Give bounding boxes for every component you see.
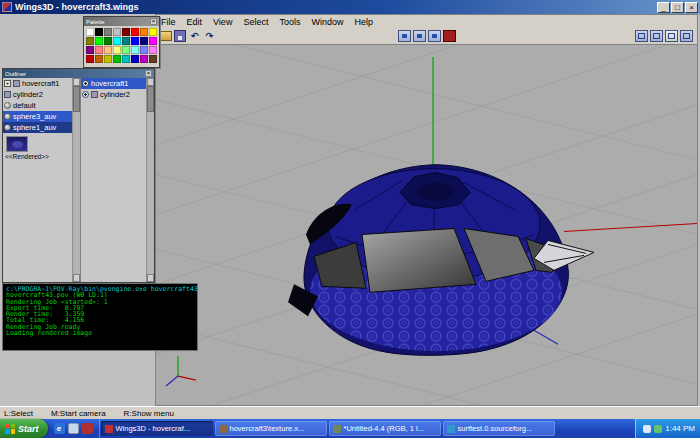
scroll-up-icon[interactable] xyxy=(147,78,154,86)
palette-swatch[interactable] xyxy=(104,55,112,63)
camera-view-icon[interactable] xyxy=(665,30,678,42)
material-sphere-icon xyxy=(4,102,11,109)
palette-swatch[interactable] xyxy=(131,46,139,54)
palette-swatch[interactable] xyxy=(140,55,148,63)
palette-title-bar[interactable]: Palette × xyxy=(84,17,159,26)
outliner-item[interactable]: default xyxy=(3,100,72,111)
scroll-up-icon[interactable] xyxy=(73,78,80,86)
palette-swatch[interactable] xyxy=(122,28,130,36)
outliner-item[interactable]: + hovercraft1 xyxy=(3,78,72,89)
object-cube-icon xyxy=(4,91,11,98)
palette-swatch[interactable] xyxy=(113,46,121,54)
menu-window[interactable]: Window xyxy=(311,17,343,27)
open-icon[interactable] xyxy=(159,31,172,41)
undo-icon[interactable]: ↶ xyxy=(188,30,201,42)
palette-close-icon[interactable]: × xyxy=(150,18,157,25)
palette-swatch[interactable] xyxy=(104,37,112,45)
outliner-title-bar[interactable]: Outliner × xyxy=(3,69,154,78)
face-mode-icon[interactable] xyxy=(428,30,441,42)
title-bar[interactable]: Wings3D - hovercraft3.wings _ □ × xyxy=(0,0,700,14)
palette-swatch[interactable] xyxy=(86,46,94,54)
palette-swatch[interactable] xyxy=(149,55,157,63)
start-button[interactable]: Start xyxy=(0,419,48,438)
mini-axis-icon xyxy=(166,356,196,386)
palette-swatch[interactable] xyxy=(104,28,112,36)
palette-swatch[interactable] xyxy=(131,37,139,45)
edge-mode-icon[interactable] xyxy=(413,30,426,42)
palette-swatch[interactable] xyxy=(131,28,139,36)
taskbar-button-untitled[interactable]: *Untitled-4.4 (RGB, 1 l... xyxy=(329,421,441,436)
palette-swatch[interactable] xyxy=(149,46,157,54)
outliner-item[interactable]: cylinder2 xyxy=(3,89,72,100)
palette-swatch[interactable] xyxy=(113,28,121,36)
taskbar-button-wings3d[interactable]: Wings3D - hovercraf... xyxy=(101,421,213,436)
outliner-item-selected[interactable]: sphere3_auv xyxy=(3,111,72,122)
taskbar-button-browser[interactable]: surftest.0.sourceforg... xyxy=(443,421,555,436)
viewport-canvas[interactable] xyxy=(156,44,697,405)
window-controls: _ □ × xyxy=(657,2,698,13)
palette-swatch[interactable] xyxy=(104,46,112,54)
taskbar: Start e Wings3D - hovercraf... hovercraf… xyxy=(0,419,700,438)
render-icon[interactable] xyxy=(443,30,456,42)
scroll-down-icon[interactable] xyxy=(147,274,154,282)
geometry-item[interactable]: cylinder2 xyxy=(81,89,146,100)
scroll-down-icon[interactable] xyxy=(73,274,80,282)
outliner-close-icon[interactable]: × xyxy=(145,70,152,77)
palette-swatch[interactable] xyxy=(113,55,121,63)
wings3d-quicklaunch-icon[interactable] xyxy=(82,423,93,434)
menu-select[interactable]: Select xyxy=(243,17,268,27)
palette-swatch[interactable] xyxy=(140,46,148,54)
redo-icon[interactable]: ↷ xyxy=(203,30,216,42)
internet-explorer-icon[interactable]: e xyxy=(54,423,65,434)
perspective-icon[interactable] xyxy=(680,30,693,42)
scrollbar-thumb[interactable] xyxy=(147,86,154,112)
hovercraft-model[interactable] xyxy=(288,165,594,356)
minimize-button[interactable]: _ xyxy=(657,2,670,13)
palette-swatch[interactable] xyxy=(140,37,148,45)
palette-swatch[interactable] xyxy=(122,55,130,63)
scrollbar-thumb[interactable] xyxy=(73,86,80,112)
palette-swatch[interactable] xyxy=(95,37,103,45)
menu-tools[interactable]: Tools xyxy=(279,17,300,27)
outliner-item-label: hovercraft1 xyxy=(22,79,60,88)
palette-swatch[interactable] xyxy=(131,55,139,63)
menu-help[interactable]: Help xyxy=(354,17,373,27)
taskbar-button-texture[interactable]: hovercraft3\texture.x... xyxy=(215,421,327,436)
maximize-button[interactable]: □ xyxy=(671,2,684,13)
geometry-graph-scrollbar[interactable] xyxy=(146,78,154,282)
save-icon[interactable] xyxy=(174,30,186,42)
palette-swatch[interactable] xyxy=(95,55,103,63)
tray-icon[interactable] xyxy=(643,425,651,433)
toolbar-view-group xyxy=(635,30,693,42)
geometry-item-selected[interactable]: hovercraft1 xyxy=(81,78,146,89)
palette-swatch[interactable] xyxy=(149,28,157,36)
ground-plane-icon[interactable] xyxy=(635,30,648,42)
vertex-mode-icon[interactable] xyxy=(398,30,411,42)
palette-swatch[interactable] xyxy=(86,37,94,45)
rendered-image-thumbnail[interactable] xyxy=(6,136,28,152)
top-cap-center xyxy=(417,183,453,201)
menu-view[interactable]: View xyxy=(213,17,232,27)
palette-swatch[interactable] xyxy=(95,28,103,36)
menu-file[interactable]: File xyxy=(161,17,176,27)
outliner-item-selected[interactable]: sphere1_auv xyxy=(3,122,72,133)
palette-swatch[interactable] xyxy=(140,28,148,36)
visibility-eye-icon[interactable] xyxy=(82,80,89,87)
console-window[interactable]: c:\PROGRA~1\POV-Ray\bin\pvengine.exe hov… xyxy=(2,283,198,351)
rendered-image-label: <<Rendered>> xyxy=(3,153,72,160)
palette-swatch[interactable] xyxy=(113,37,121,45)
tray-icon[interactable] xyxy=(654,425,662,433)
outliner-scrollbar[interactable] xyxy=(72,78,80,282)
palette-swatch[interactable] xyxy=(149,37,157,45)
axes-icon[interactable] xyxy=(650,30,663,42)
show-desktop-icon[interactable] xyxy=(68,423,79,434)
palette-swatch[interactable] xyxy=(122,37,130,45)
visibility-eye-icon[interactable] xyxy=(82,91,89,98)
menu-edit[interactable]: Edit xyxy=(187,17,203,27)
palette-swatch[interactable] xyxy=(86,28,94,36)
palette-swatch[interactable] xyxy=(86,55,94,63)
expander-icon[interactable]: + xyxy=(4,80,11,87)
palette-swatch[interactable] xyxy=(95,46,103,54)
palette-swatch[interactable] xyxy=(122,46,130,54)
close-button[interactable]: × xyxy=(685,2,698,13)
